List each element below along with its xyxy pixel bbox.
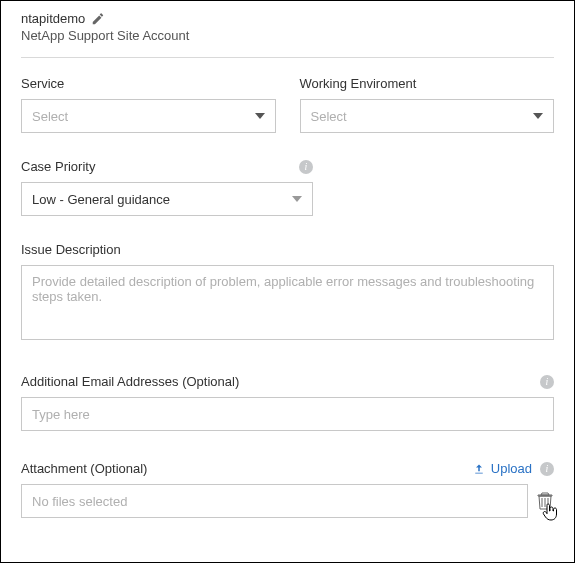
info-icon[interactable]: i — [299, 160, 313, 174]
divider — [21, 57, 554, 58]
chevron-down-icon — [255, 113, 265, 119]
upload-button[interactable]: Upload — [473, 461, 532, 476]
working-env-select[interactable]: Select — [300, 99, 555, 133]
additional-emails-label: Additional Email Addresses (Optional) — [21, 374, 239, 389]
service-field: Service Select — [21, 76, 276, 133]
additional-emails-input[interactable] — [21, 397, 554, 431]
issue-description-field: Issue Description — [21, 242, 554, 340]
account-header: ntapitdemo — [21, 11, 554, 26]
row-service-env: Service Select Working Enviroment Select — [21, 76, 554, 133]
issue-description-input[interactable] — [21, 265, 554, 340]
service-label: Service — [21, 76, 64, 91]
account-subtitle: NetApp Support Site Account — [21, 28, 554, 43]
chevron-down-icon — [533, 113, 543, 119]
case-priority-value: Low - General guidance — [32, 192, 170, 207]
account-name: ntapitdemo — [21, 11, 85, 26]
upload-icon — [473, 463, 485, 475]
attachment-label: Attachment (Optional) — [21, 461, 147, 476]
service-select[interactable]: Select — [21, 99, 276, 133]
info-icon[interactable]: i — [540, 375, 554, 389]
working-env-field: Working Enviroment Select — [300, 76, 555, 133]
attachment-no-files: No files selected — [32, 494, 127, 509]
upload-label: Upload — [491, 461, 532, 476]
row-priority: Case Priority i Low - General guidance — [21, 159, 554, 216]
pencil-icon[interactable] — [91, 12, 105, 26]
attachment-field: Attachment (Optional) Upload i No files … — [21, 461, 554, 518]
case-priority-label: Case Priority — [21, 159, 95, 174]
case-priority-field: Case Priority i Low - General guidance — [21, 159, 313, 216]
chevron-down-icon — [292, 196, 302, 202]
trash-icon[interactable] — [536, 491, 554, 511]
working-env-label: Working Enviroment — [300, 76, 417, 91]
issue-description-label: Issue Description — [21, 242, 121, 257]
case-priority-select[interactable]: Low - General guidance — [21, 182, 313, 216]
working-env-placeholder: Select — [311, 109, 347, 124]
info-icon[interactable]: i — [540, 462, 554, 476]
service-placeholder: Select — [32, 109, 68, 124]
additional-emails-field: Additional Email Addresses (Optional) i — [21, 374, 554, 431]
attachment-file-box[interactable]: No files selected — [21, 484, 528, 518]
